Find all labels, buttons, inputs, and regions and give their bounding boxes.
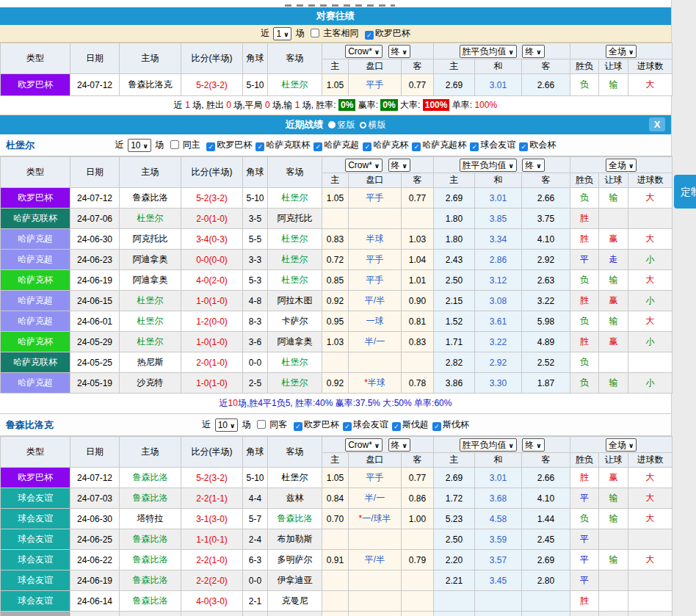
- home-team-cell[interactable]: 布拉迪斯: [120, 612, 181, 616]
- radio-unselected-icon[interactable]: [360, 122, 366, 128]
- home-team-name[interactable]: 杜堡尔: [6, 134, 35, 156]
- checkbox-checked-icon[interactable]: ✓: [206, 142, 215, 151]
- home-team-cell[interactable]: 鲁森比洛: [120, 570, 181, 591]
- league-filter[interactable]: ✓哈萨克超杯: [408, 139, 466, 150]
- away-team-cell[interactable]: 杜堡尔: [268, 373, 322, 394]
- league-filter[interactable]: ✓球会友谊: [466, 139, 515, 150]
- europe-odds-select[interactable]: 胜平负均值∨: [460, 45, 517, 58]
- home-team-cell[interactable]: 热尼斯: [120, 352, 181, 373]
- checkbox-checked-icon[interactable]: ✓: [255, 142, 264, 151]
- odds-time-select[interactable]: 终∨: [388, 438, 410, 452]
- same-venue-checkbox-unchecked[interactable]: [311, 29, 319, 37]
- checkbox-checked-icon[interactable]: ✓: [470, 142, 479, 151]
- home-team-cell[interactable]: 阿迪拿奥: [120, 270, 181, 291]
- europe-odds-select[interactable]: 胜平负均值∨: [460, 438, 517, 452]
- home-team-cell[interactable]: 杜堡尔: [120, 332, 181, 352]
- away-team-name[interactable]: 鲁森比洛克: [6, 414, 54, 435]
- league-filter[interactable]: ✓欧罗巴杯: [361, 28, 410, 38]
- odds-time-select[interactable]: 终∨: [388, 159, 410, 172]
- away-team-cell[interactable]: 杜堡尔: [268, 229, 322, 250]
- handicap-home-odds: 1.03: [322, 332, 349, 352]
- league-type-cell: 哈萨克联杯: [1, 209, 70, 229]
- h2h-count-select[interactable]: 1∨: [273, 27, 291, 40]
- home-team-cell[interactable]: 鲁森比洛: [120, 488, 181, 509]
- away-count-select[interactable]: 10∨: [215, 418, 239, 432]
- scope-select[interactable]: 全场∨: [606, 159, 637, 172]
- result-wdl: 负: [570, 352, 599, 373]
- europe-time-select[interactable]: 终∨: [522, 438, 544, 452]
- customize-side-tab[interactable]: 定制: [674, 175, 696, 209]
- away-team-cell[interactable]: 兹林: [268, 488, 322, 509]
- league-filter[interactable]: ✓欧罗巴杯: [203, 139, 252, 150]
- league-filter[interactable]: ✓斯伐杯: [429, 419, 469, 430]
- odds-source-select[interactable]: Crow*∨: [345, 438, 383, 452]
- away-team-cell[interactable]: 阿克托比: [268, 209, 322, 229]
- close-button[interactable]: X: [649, 117, 665, 131]
- same-home-checkbox-unchecked[interactable]: [170, 140, 179, 149]
- checkbox-checked-icon[interactable]: ✓: [343, 422, 352, 431]
- league-filter[interactable]: ✓欧罗巴杯: [290, 419, 339, 430]
- away-team-cell[interactable]: 杜堡尔: [268, 250, 322, 270]
- away-team-cell[interactable]: 鲁森比洛: [268, 612, 322, 616]
- away-team-cell[interactable]: 杜堡尔: [268, 188, 322, 209]
- away-team-cell[interactable]: 布加勒斯: [268, 529, 322, 550]
- score-cell: 1-0(1-0): [181, 291, 243, 311]
- away-team-cell[interactable]: 杜堡尔: [268, 352, 322, 373]
- checkbox-checked-icon[interactable]: ✓: [365, 31, 374, 40]
- league-filter[interactable]: ✓哈萨克超: [310, 139, 359, 150]
- away-team-cell[interactable]: 阿拉木图: [268, 291, 322, 311]
- checkbox-checked-icon[interactable]: ✓: [392, 422, 401, 431]
- handicap-away-odds: [402, 570, 434, 591]
- odds-source-select[interactable]: Crow*∨: [345, 159, 383, 172]
- vertical-layout-label[interactable]: 竖版: [338, 120, 355, 130]
- away-team-cell[interactable]: 鲁森比洛: [268, 509, 322, 529]
- europe-odds-select[interactable]: 胜平负均值∨: [460, 159, 517, 172]
- away-team-cell[interactable]: 杜堡尔: [268, 468, 322, 488]
- scope-select[interactable]: 全场∨: [606, 45, 637, 58]
- away-team-cell[interactable]: 多明萨尔: [268, 550, 322, 570]
- league-filter[interactable]: ✓哈萨克联杯: [252, 139, 310, 150]
- odds-time-select[interactable]: 终∨: [388, 45, 410, 58]
- same-venue-label: 主客相同: [324, 28, 359, 38]
- home-team-cell[interactable]: 阿克托比: [120, 229, 181, 250]
- away-team-cell[interactable]: 杜堡尔: [268, 74, 322, 96]
- chevron-down-icon: ∨: [628, 162, 634, 170]
- scope-select[interactable]: 全场∨: [606, 438, 637, 452]
- recent-title: 近期战绩: [286, 119, 324, 130]
- away-team-cell[interactable]: 伊拿迪亚: [268, 570, 322, 591]
- league-filter[interactable]: ✓欧会杯: [515, 139, 556, 150]
- radio-selected-icon[interactable]: [328, 121, 336, 128]
- europe-time-select[interactable]: 终∨: [522, 45, 544, 58]
- home-team-cell[interactable]: 鲁森比洛: [120, 550, 181, 570]
- home-team-cell[interactable]: 阿迪拿奥: [120, 250, 181, 270]
- home-team-cell[interactable]: 鲁森比洛: [120, 591, 181, 612]
- away-team-cell[interactable]: 杜堡尔: [268, 270, 322, 291]
- away-team-cell[interactable]: 阿迪拿奥: [268, 332, 322, 352]
- checkbox-checked-icon[interactable]: ✓: [412, 142, 421, 151]
- league-filter[interactable]: ✓球会友谊: [339, 419, 388, 430]
- league-filter[interactable]: ✓斯伐超: [388, 419, 429, 430]
- checkbox-checked-icon[interactable]: ✓: [294, 422, 302, 431]
- odds-source-select[interactable]: Crow*∨: [345, 45, 383, 58]
- away-team-cell[interactable]: 卡萨尔: [268, 311, 322, 332]
- horizontal-layout-label[interactable]: 横版: [369, 120, 386, 130]
- home-team-cell[interactable]: 杜堡尔: [120, 209, 181, 229]
- home-team-cell[interactable]: 沙克特: [120, 373, 181, 394]
- checkbox-checked-icon[interactable]: ✓: [313, 142, 322, 151]
- home-count-select[interactable]: 10∨: [128, 139, 151, 152]
- checkbox-checked-icon[interactable]: ✓: [432, 422, 441, 431]
- result-wdl: 胜: [570, 291, 599, 311]
- home-team-cell[interactable]: 鲁森比洛: [120, 468, 181, 488]
- europe-time-select[interactable]: 终∨: [522, 159, 544, 172]
- home-team-cell[interactable]: 鲁森比洛克: [120, 74, 181, 96]
- same-away-checkbox-unchecked[interactable]: [257, 420, 266, 429]
- checkbox-checked-icon[interactable]: ✓: [519, 142, 528, 151]
- home-team-cell[interactable]: 鲁森比洛: [120, 529, 181, 550]
- home-team-cell[interactable]: 鲁森比洛: [120, 188, 181, 209]
- home-team-cell[interactable]: 杜堡尔: [120, 311, 181, 332]
- league-filter[interactable]: ✓哈萨克杯: [359, 139, 408, 150]
- home-team-cell[interactable]: 塔特拉: [120, 509, 181, 529]
- checkbox-checked-icon[interactable]: ✓: [363, 142, 371, 151]
- home-team-cell[interactable]: 杜堡尔: [120, 291, 181, 311]
- away-team-cell[interactable]: 克曼尼: [268, 591, 322, 612]
